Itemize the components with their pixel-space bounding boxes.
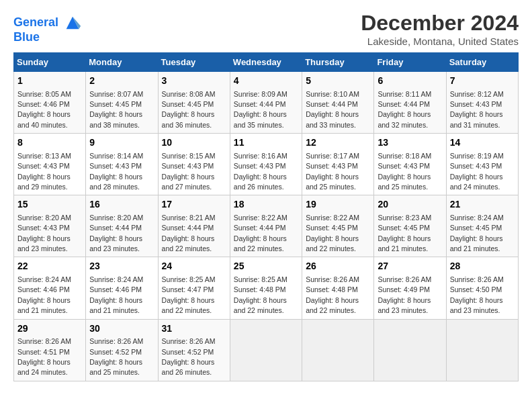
calendar-cell: 11Sunrise: 8:16 AMSunset: 4:43 PMDayligh… (230, 134, 302, 195)
day-info: Sunrise: 8:26 AMSunset: 4:52 PMDaylight:… (162, 337, 216, 376)
day-info: Sunrise: 8:26 AMSunset: 4:51 PMDaylight:… (17, 337, 71, 376)
header-wednesday: Wednesday (230, 53, 302, 72)
day-number: 18 (234, 198, 298, 212)
day-number: 13 (378, 136, 442, 150)
calendar-cell: 26Sunrise: 8:26 AMSunset: 4:48 PMDayligh… (302, 257, 374, 319)
header-saturday: Saturday (446, 53, 518, 72)
day-number: 24 (162, 260, 226, 273)
calendar-cell: 14Sunrise: 8:19 AMSunset: 4:43 PMDayligh… (446, 134, 518, 195)
calendar-cell: 1Sunrise: 8:05 AMSunset: 4:46 PMDaylight… (14, 72, 86, 134)
calendar-week-2: 8Sunrise: 8:13 AMSunset: 4:43 PMDaylight… (14, 134, 519, 195)
day-info: Sunrise: 8:22 AMSunset: 4:44 PMDaylight:… (234, 214, 287, 253)
day-number: 3 (162, 75, 226, 88)
calendar-cell: 9Sunrise: 8:14 AMSunset: 4:43 PMDaylight… (86, 134, 158, 195)
day-info: Sunrise: 8:24 AMSunset: 4:46 PMDaylight:… (17, 275, 71, 314)
day-info: Sunrise: 8:20 AMSunset: 4:43 PMDaylight:… (17, 214, 71, 253)
day-info: Sunrise: 8:24 AMSunset: 4:46 PMDaylight:… (89, 275, 143, 314)
calendar-cell: 29Sunrise: 8:26 AMSunset: 4:51 PMDayligh… (14, 319, 86, 381)
day-info: Sunrise: 8:08 AMSunset: 4:45 PMDaylight:… (162, 90, 216, 129)
day-number: 27 (378, 260, 442, 273)
calendar-cell: 8Sunrise: 8:13 AMSunset: 4:43 PMDaylight… (14, 134, 86, 195)
day-number: 21 (450, 198, 515, 212)
logo: General Blue (13, 13, 82, 44)
day-number: 5 (306, 75, 370, 88)
day-number: 31 (162, 322, 226, 336)
day-info: Sunrise: 8:14 AMSunset: 4:43 PMDaylight:… (89, 152, 143, 191)
header-friday: Friday (374, 53, 446, 72)
day-info: Sunrise: 8:26 AMSunset: 4:50 PMDaylight:… (450, 275, 504, 314)
calendar-cell: 18Sunrise: 8:22 AMSunset: 4:44 PMDayligh… (230, 195, 302, 257)
calendar-cell: 15Sunrise: 8:20 AMSunset: 4:43 PMDayligh… (14, 195, 86, 257)
calendar-cell: 5Sunrise: 8:10 AMSunset: 4:44 PMDaylight… (302, 72, 374, 134)
header-tuesday: Tuesday (158, 53, 230, 72)
day-number: 7 (450, 75, 515, 88)
day-info: Sunrise: 8:15 AMSunset: 4:43 PMDaylight:… (162, 152, 216, 191)
day-number: 6 (378, 75, 442, 88)
day-info: Sunrise: 8:26 AMSunset: 4:48 PMDaylight:… (306, 275, 359, 314)
day-info: Sunrise: 8:11 AMSunset: 4:44 PMDaylight:… (378, 90, 431, 129)
day-number: 28 (450, 260, 515, 273)
header-monday: Monday (86, 53, 158, 72)
calendar-cell: 16Sunrise: 8:20 AMSunset: 4:44 PMDayligh… (86, 195, 158, 257)
day-number: 12 (306, 136, 370, 150)
calendar-cell: 23Sunrise: 8:24 AMSunset: 4:46 PMDayligh… (86, 257, 158, 319)
calendar-cell: 25Sunrise: 8:25 AMSunset: 4:48 PMDayligh… (230, 257, 302, 319)
calendar-cell: 6Sunrise: 8:11 AMSunset: 4:44 PMDaylight… (374, 72, 446, 134)
calendar-cell: 2Sunrise: 8:07 AMSunset: 4:45 PMDaylight… (86, 72, 158, 134)
calendar-cell: 3Sunrise: 8:08 AMSunset: 4:45 PMDaylight… (158, 72, 230, 134)
day-info: Sunrise: 8:12 AMSunset: 4:43 PMDaylight:… (450, 90, 504, 129)
calendar-cell (374, 319, 446, 381)
calendar-cell: 28Sunrise: 8:26 AMSunset: 4:50 PMDayligh… (446, 257, 518, 319)
calendar-body: 1Sunrise: 8:05 AMSunset: 4:46 PMDaylight… (14, 72, 519, 381)
day-number: 23 (89, 260, 154, 273)
day-info: Sunrise: 8:19 AMSunset: 4:43 PMDaylight:… (450, 152, 504, 191)
day-info: Sunrise: 8:22 AMSunset: 4:45 PMDaylight:… (306, 214, 359, 253)
header-thursday: Thursday (302, 53, 374, 72)
day-info: Sunrise: 8:18 AMSunset: 4:43 PMDaylight:… (378, 152, 431, 191)
calendar-cell: 21Sunrise: 8:24 AMSunset: 4:45 PMDayligh… (446, 195, 518, 257)
day-number: 9 (89, 136, 154, 150)
day-number: 1 (17, 75, 82, 88)
day-info: Sunrise: 8:07 AMSunset: 4:45 PMDaylight:… (89, 90, 143, 129)
calendar-cell (446, 319, 518, 381)
day-info: Sunrise: 8:25 AMSunset: 4:47 PMDaylight:… (162, 275, 216, 314)
calendar-subtitle: Lakeside, Montana, United States (361, 36, 519, 47)
day-info: Sunrise: 8:10 AMSunset: 4:44 PMDaylight:… (306, 90, 359, 129)
day-info: Sunrise: 8:13 AMSunset: 4:43 PMDaylight:… (17, 152, 71, 191)
calendar-cell: 4Sunrise: 8:09 AMSunset: 4:44 PMDaylight… (230, 72, 302, 134)
day-number: 2 (89, 75, 154, 88)
day-number: 11 (234, 136, 298, 150)
day-info: Sunrise: 8:26 AMSunset: 4:49 PMDaylight:… (378, 275, 431, 314)
calendar-cell: 30Sunrise: 8:26 AMSunset: 4:52 PMDayligh… (86, 319, 158, 381)
day-number: 25 (234, 260, 298, 273)
calendar-cell (302, 319, 374, 381)
logo-subtext: Blue (13, 31, 82, 44)
calendar-cell: 19Sunrise: 8:22 AMSunset: 4:45 PMDayligh… (302, 195, 374, 257)
calendar-title: December 2024 (361, 11, 519, 36)
calendar-cell: 22Sunrise: 8:24 AMSunset: 4:46 PMDayligh… (14, 257, 86, 319)
day-info: Sunrise: 8:16 AMSunset: 4:43 PMDaylight:… (234, 152, 287, 191)
day-info: Sunrise: 8:25 AMSunset: 4:48 PMDaylight:… (234, 275, 287, 314)
calendar-cell: 10Sunrise: 8:15 AMSunset: 4:43 PMDayligh… (158, 134, 230, 195)
calendar-cell (230, 319, 302, 381)
day-number: 16 (89, 198, 154, 212)
day-number: 17 (162, 198, 226, 212)
day-info: Sunrise: 8:09 AMSunset: 4:44 PMDaylight:… (234, 90, 287, 129)
day-number: 30 (89, 322, 154, 336)
title-area: December 2024 Lakeside, Montana, United … (361, 11, 519, 47)
calendar-week-4: 22Sunrise: 8:24 AMSunset: 4:46 PMDayligh… (14, 257, 519, 319)
day-info: Sunrise: 8:23 AMSunset: 4:45 PMDaylight:… (378, 214, 431, 253)
day-info: Sunrise: 8:05 AMSunset: 4:46 PMDaylight:… (17, 90, 71, 129)
day-number: 22 (17, 260, 82, 273)
day-number: 4 (234, 75, 298, 88)
day-number: 19 (306, 198, 370, 212)
day-number: 26 (306, 260, 370, 273)
calendar-cell: 27Sunrise: 8:26 AMSunset: 4:49 PMDayligh… (374, 257, 446, 319)
calendar-cell: 12Sunrise: 8:17 AMSunset: 4:43 PMDayligh… (302, 134, 374, 195)
calendar-cell: 13Sunrise: 8:18 AMSunset: 4:43 PMDayligh… (374, 134, 446, 195)
day-number: 14 (450, 136, 515, 150)
day-number: 29 (17, 322, 82, 336)
day-number: 20 (378, 198, 442, 212)
calendar-week-3: 15Sunrise: 8:20 AMSunset: 4:43 PMDayligh… (14, 195, 519, 257)
day-number: 15 (17, 198, 82, 212)
